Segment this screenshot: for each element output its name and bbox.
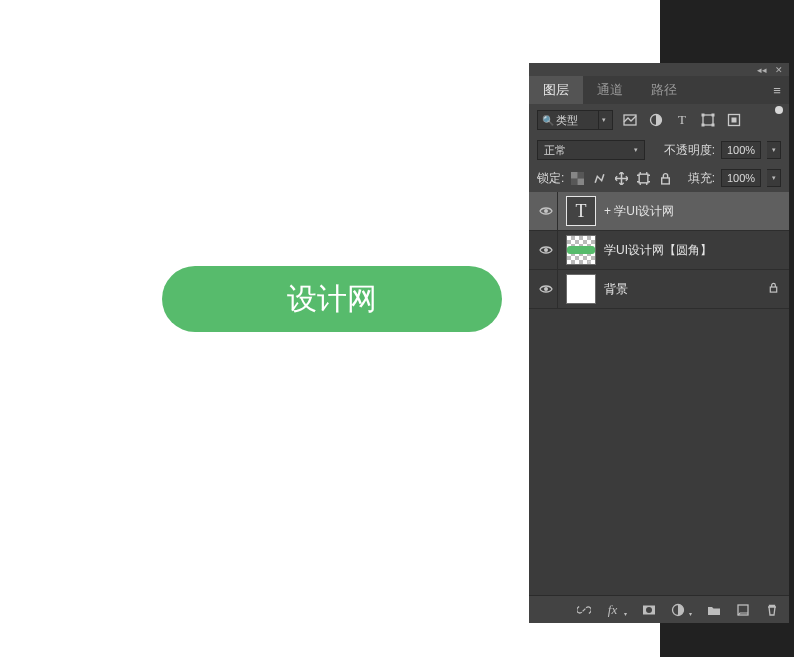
delete-layer-icon[interactable] xyxy=(764,602,779,617)
panel-menu-icon[interactable]: ≡ xyxy=(765,76,789,104)
lock-row: 锁定: 填充: 100% ▾ xyxy=(529,164,789,192)
chevron-down-icon: ▾ xyxy=(634,146,638,154)
visibility-toggle-icon[interactable] xyxy=(535,282,557,296)
tab-paths[interactable]: 路径 xyxy=(637,76,691,104)
layer-name[interactable]: 学UI设计网【圆角】 xyxy=(604,242,789,259)
opacity-value-input[interactable]: 100% xyxy=(721,141,761,159)
svg-point-20 xyxy=(646,607,652,613)
fill-caret[interactable]: ▾ xyxy=(767,169,781,187)
svg-rect-10 xyxy=(577,178,584,185)
filter-shape-icon[interactable] xyxy=(701,113,715,127)
lock-all-icon[interactable] xyxy=(658,171,672,185)
panel-collapse-icon[interactable]: ◂◂ xyxy=(757,65,767,75)
filter-text-icon[interactable]: T xyxy=(675,113,689,127)
filter-adjustment-icon[interactable] xyxy=(649,113,663,127)
visibility-toggle-icon[interactable] xyxy=(535,204,557,218)
svg-rect-13 xyxy=(639,174,648,183)
layer-locked-icon xyxy=(768,282,779,296)
opacity-value: 100% xyxy=(727,144,755,156)
shape-badge-icon: ▫ xyxy=(588,257,598,267)
svg-rect-9 xyxy=(571,172,578,179)
layer-row-shape[interactable]: ▫ 学UI设计网【圆角】 xyxy=(529,231,789,270)
svg-rect-6 xyxy=(712,124,715,127)
layer-type-filter[interactable]: 🔍 类型 ▾ xyxy=(537,110,613,130)
filter-toggle-indicator[interactable] xyxy=(775,106,783,114)
layer-row-text[interactable]: T + 学UI设计网 xyxy=(529,192,789,231)
blend-mode-select[interactable]: 正常 ▾ xyxy=(537,140,645,160)
svg-point-16 xyxy=(544,248,548,252)
visibility-toggle-icon[interactable] xyxy=(535,243,557,257)
svg-rect-8 xyxy=(732,118,737,123)
adjustment-layer-icon[interactable] xyxy=(670,602,685,617)
svg-rect-11 xyxy=(577,172,584,179)
layer-mask-icon[interactable] xyxy=(641,602,656,617)
panel-tabbar: 图层 通道 路径 ≡ xyxy=(529,76,789,104)
adjustment-caret-icon: ▾ xyxy=(689,610,692,617)
opacity-label: 不透明度: xyxy=(664,142,715,159)
lock-position-icon[interactable] xyxy=(614,171,628,185)
tab-layers-label: 图层 xyxy=(543,81,569,99)
lock-pixels-icon[interactable] xyxy=(592,171,606,185)
new-layer-icon[interactable] xyxy=(735,602,750,617)
svg-rect-12 xyxy=(571,178,578,185)
filter-pixel-icon[interactable] xyxy=(623,113,637,127)
panel-close-icon[interactable]: ✕ xyxy=(775,65,783,75)
blend-mode-value: 正常 xyxy=(544,143,566,158)
tab-channels[interactable]: 通道 xyxy=(583,76,637,104)
tab-layers[interactable]: 图层 xyxy=(529,76,583,104)
layer-effects-icon[interactable]: fx xyxy=(605,602,620,617)
blend-row: 正常 ▾ 不透明度: 100% ▾ xyxy=(529,136,789,164)
panel-footer: fx ▾ ▾ xyxy=(529,595,789,623)
svg-rect-5 xyxy=(702,124,705,127)
lock-transparency-icon[interactable] xyxy=(570,171,584,185)
new-group-icon[interactable] xyxy=(706,602,721,617)
search-icon: 🔍 xyxy=(542,115,554,126)
lock-icons-group xyxy=(570,171,672,185)
fill-label: 填充: xyxy=(688,170,715,187)
svg-rect-14 xyxy=(662,177,670,183)
opacity-caret[interactable]: ▾ xyxy=(767,141,781,159)
layer-name[interactable]: 背景 xyxy=(604,281,768,298)
chevron-down-icon: ▾ xyxy=(598,111,608,129)
fx-caret-icon: ▾ xyxy=(624,610,627,617)
fill-value: 100% xyxy=(727,172,755,184)
layer-thumbnail-bg xyxy=(566,274,596,304)
layer-thumbnail-text: T xyxy=(566,196,596,226)
svg-rect-18 xyxy=(770,287,776,292)
layer-name[interactable]: + 学UI设计网 xyxy=(604,203,789,220)
layer-thumbnail-shape: ▫ xyxy=(566,235,596,265)
filter-row: 🔍 类型 ▾ T xyxy=(529,104,789,136)
svg-point-15 xyxy=(544,209,548,213)
layers-list: T + 学UI设计网 ▫ 学UI设计网【圆角】 背景 xyxy=(529,192,789,595)
svg-point-17 xyxy=(544,287,548,291)
fill-value-input[interactable]: 100% xyxy=(721,169,761,187)
canvas-green-button: 设计网 xyxy=(162,266,502,332)
canvas-button-text: 设计网 xyxy=(287,279,377,320)
tab-channels-label: 通道 xyxy=(597,81,623,99)
layers-panel: ◂◂ ✕ 图层 通道 路径 ≡ 🔍 类型 ▾ T xyxy=(529,63,789,623)
panel-header-bar: ◂◂ ✕ xyxy=(529,63,789,76)
filter-icons-group: T xyxy=(623,113,741,127)
svg-rect-4 xyxy=(712,114,715,117)
svg-rect-3 xyxy=(702,114,705,117)
filter-type-label: 类型 xyxy=(556,113,578,128)
tab-paths-label: 路径 xyxy=(651,81,677,99)
lock-artboard-icon[interactable] xyxy=(636,171,650,185)
filter-smartobject-icon[interactable] xyxy=(727,113,741,127)
lock-label: 锁定: xyxy=(537,170,564,187)
layer-row-background[interactable]: 背景 xyxy=(529,270,789,309)
link-layers-icon[interactable] xyxy=(576,602,591,617)
